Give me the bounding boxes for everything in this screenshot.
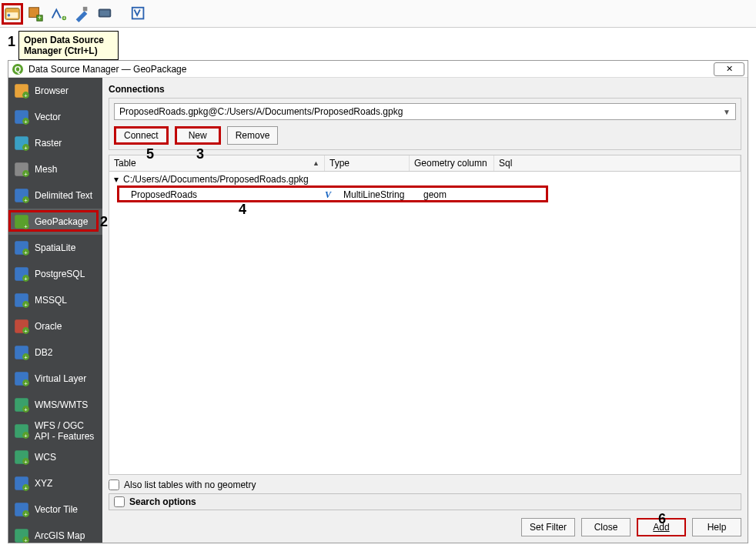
root-path-text: C:/Users/A/Documents/ProposedRoads.gpkg: [123, 174, 309, 185]
col-type[interactable]: Type: [325, 155, 410, 171]
sidebar-item-label: WCS: [35, 452, 56, 463]
connection-dropdown[interactable]: ProposedRoads.gpkg@C:/Users/A/Documents/…: [114, 103, 736, 120]
sidebar-item-label: XYZ: [35, 478, 52, 489]
sidebar-item-oracle[interactable]: +Oracle: [8, 313, 102, 339]
new-connection-button[interactable]: New: [175, 126, 221, 145]
table-root-row[interactable]: ▾ C:/Users/A/Documents/ProposedRoads.gpk…: [109, 172, 741, 187]
connection-selected: ProposedRoads.gpkg@C:/Users/A/Documents/…: [119, 106, 403, 117]
col-sql[interactable]: Sql: [494, 155, 741, 171]
dialog-button-row: Set Filter Close Add Help: [109, 518, 741, 536]
sidebar-item-mesh[interactable]: +Mesh: [8, 156, 102, 182]
layer-type: MultiLineString: [343, 189, 423, 200]
new-vector-layer-icon: +: [50, 5, 67, 22]
sidebar-item-label: PostgreSQL: [35, 269, 85, 279]
sidebar-item-delimited-text[interactable]: +Delimited Text: [8, 182, 102, 209]
callout-5: 5: [146, 146, 154, 162]
vector-tile-icon: +: [13, 501, 30, 518]
wms-icon: +: [13, 396, 30, 413]
col-geom[interactable]: Geometry column: [410, 155, 494, 171]
new-shapefile-button[interactable]: +: [48, 3, 69, 25]
spatialite-icon: +: [13, 239, 30, 256]
disclosure-icon[interactable]: ▾: [114, 174, 123, 185]
app-toolbar: + +: [0, 0, 756, 28]
callout-1: 1: [8, 34, 15, 50]
sidebar-item-vector-tile[interactable]: +Vector Tile: [8, 496, 102, 523]
sidebar-item-label: Virtual Layer: [35, 373, 86, 384]
svg-text:+: +: [24, 354, 28, 361]
help-button[interactable]: Help: [692, 518, 741, 536]
xyz-icon: +: [13, 475, 30, 492]
layer-geom-col: geom: [423, 189, 508, 200]
sidebar-item-wcs[interactable]: +WCS: [8, 444, 102, 470]
set-filter-button[interactable]: Set Filter: [521, 518, 575, 536]
remove-connection-button[interactable]: Remove: [227, 126, 279, 145]
also-list-checkbox-row: Also list tables with no geometry: [109, 480, 741, 490]
provider-sidebar: +Browser+Vector+Raster+Mesh+Delimited Te…: [8, 78, 102, 543]
sidebar-item-browser[interactable]: +Browser: [8, 78, 102, 104]
new-spatialite-button[interactable]: [71, 3, 92, 25]
sidebar-item-label: WMS/WMTS: [35, 399, 88, 410]
db2-icon: +: [13, 344, 30, 361]
svg-text:+: +: [24, 511, 28, 518]
new-memory-layer-button[interactable]: [94, 3, 115, 25]
postgresql-icon: +: [13, 266, 30, 282]
connect-button[interactable]: Connect: [114, 126, 169, 145]
svg-text:+: +: [24, 276, 28, 282]
qgis-icon: Q: [12, 63, 24, 75]
mesh-icon: +: [13, 161, 30, 178]
sidebar-item-label: Oracle: [35, 321, 62, 332]
callout-6: 6: [658, 511, 666, 527]
sidebar-item-postgresql[interactable]: +PostgreSQL: [8, 261, 102, 287]
close-button[interactable]: Close: [581, 518, 631, 536]
dialog-titlebar: Q Data Source Manager — GeoPackage ✕: [8, 61, 748, 78]
svg-text:Q: Q: [15, 65, 22, 74]
sidebar-item-xyz[interactable]: +XYZ: [8, 470, 102, 496]
layer-table-body: ▾ C:/Users/A/Documents/ProposedRoads.gpk…: [109, 172, 741, 475]
search-options-checkbox[interactable]: [114, 496, 125, 507]
svg-point-2: [8, 14, 11, 17]
search-options-toggle[interactable]: Search options: [109, 493, 741, 510]
table-layer-row[interactable]: ProposedRoads V MultiLineString geom: [109, 187, 741, 202]
also-list-checkbox[interactable]: [109, 480, 119, 490]
sidebar-item-wfs-ogc-api-features[interactable]: +WFS / OGC API - Features: [8, 418, 102, 444]
svg-text:+: +: [62, 15, 65, 22]
sidebar-item-db2[interactable]: +DB2: [8, 339, 102, 366]
oracle-icon: +: [13, 318, 30, 335]
svg-text:+: +: [24, 197, 28, 204]
edit-layer-icon: [73, 5, 90, 22]
svg-text:+: +: [24, 249, 28, 256]
sidebar-item-raster[interactable]: +Raster: [8, 130, 102, 156]
sidebar-item-vector[interactable]: +Vector: [8, 104, 102, 130]
open-data-source-manager-button[interactable]: [2, 3, 23, 25]
sidebar-item-mssql[interactable]: +MSSQL: [8, 287, 102, 313]
connections-group: ProposedRoads.gpkg@C:/Users/A/Documents/…: [109, 98, 741, 150]
sidebar-item-label: Browser: [35, 85, 69, 96]
multilinestring-icon: V: [325, 189, 340, 201]
sidebar-item-arcgis-map[interactable]: +ArcGIS Map: [8, 523, 102, 543]
new-virtual-layer-button[interactable]: [128, 3, 149, 25]
sidebar-item-label: SpatiaLite: [35, 242, 75, 253]
raster-icon: +: [13, 135, 30, 152]
sidebar-item-spatialite[interactable]: +SpatiaLite: [8, 235, 102, 261]
col-table[interactable]: Table ▲: [109, 155, 325, 171]
svg-text:+: +: [24, 302, 28, 309]
mssql-icon: +: [13, 292, 30, 309]
sidebar-item-label: GeoPackage: [35, 216, 88, 227]
search-options-label: Search options: [129, 496, 196, 507]
svg-text:+: +: [24, 145, 28, 152]
sidebar-item-label: Raster: [35, 138, 62, 149]
sidebar-item-wms-wmts[interactable]: +WMS/WMTS: [8, 392, 102, 418]
chevron-down-icon: ▼: [723, 108, 731, 116]
svg-text:+: +: [38, 15, 42, 22]
data-source-manager-dialog: Q Data Source Manager — GeoPackage ✕ +Br…: [8, 60, 748, 543]
sidebar-item-virtual-layer[interactable]: +Virtual Layer: [8, 366, 102, 392]
sidebar-item-geopackage[interactable]: +GeoPackage: [8, 209, 102, 235]
new-geopackage-button[interactable]: +: [25, 3, 46, 25]
dialog-title: Data Source Manager — GeoPackage: [28, 64, 714, 75]
dialog-close-button[interactable]: ✕: [714, 62, 744, 76]
svg-text:+: +: [24, 223, 28, 230]
connections-label: Connections: [109, 84, 741, 95]
new-raster-layer-icon: [96, 5, 113, 22]
virtual-layer-icon: +: [13, 370, 30, 387]
also-list-label: Also list tables with no geometry: [124, 480, 256, 490]
